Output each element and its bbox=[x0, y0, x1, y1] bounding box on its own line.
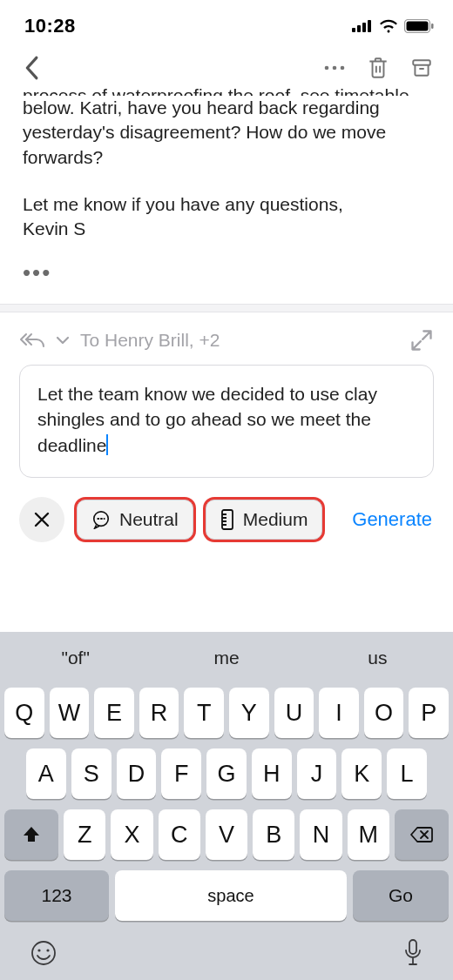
more-button[interactable] bbox=[319, 52, 350, 84]
backspace-key[interactable] bbox=[395, 809, 449, 860]
chevron-left-icon bbox=[24, 56, 39, 80]
key-y[interactable]: Y bbox=[229, 688, 269, 738]
key-b[interactable]: B bbox=[253, 809, 294, 860]
expand-quoted-button[interactable]: ••• bbox=[23, 258, 430, 288]
svg-point-8 bbox=[333, 66, 337, 70]
svg-rect-6 bbox=[431, 23, 434, 29]
backspace-icon bbox=[409, 825, 434, 844]
svg-rect-5 bbox=[407, 22, 429, 31]
text-cursor bbox=[106, 434, 108, 455]
suggestion-3[interactable]: us bbox=[302, 648, 453, 668]
key-x[interactable]: X bbox=[111, 809, 152, 860]
close-icon bbox=[33, 511, 51, 528]
tone-chip-label: Neutral bbox=[119, 509, 179, 530]
svg-rect-12 bbox=[222, 510, 233, 529]
keyboard: "of" me us Q W E R T Y U I O P A S D F G… bbox=[0, 632, 453, 980]
compose-input[interactable]: Let the team know we decided to use clay… bbox=[19, 365, 434, 478]
svg-rect-2 bbox=[362, 23, 366, 32]
key-h[interactable]: H bbox=[252, 748, 292, 799]
svg-rect-1 bbox=[357, 25, 361, 32]
reply-to-field[interactable]: To Henry Brill, +2 bbox=[80, 330, 399, 351]
tone-chip[interactable]: Neutral bbox=[77, 500, 193, 540]
key-z[interactable]: Z bbox=[64, 809, 105, 860]
key-q[interactable]: Q bbox=[4, 688, 44, 738]
key-o[interactable]: O bbox=[364, 688, 404, 738]
key-p[interactable]: P bbox=[409, 688, 449, 738]
shift-icon bbox=[21, 824, 42, 845]
svg-rect-16 bbox=[409, 940, 416, 954]
archive-icon bbox=[410, 57, 433, 79]
key-g[interactable]: G bbox=[206, 748, 247, 799]
key-t[interactable]: T bbox=[184, 688, 224, 738]
ellipsis-icon bbox=[323, 64, 346, 71]
email-body: process of waterproofing the roof, see t… bbox=[0, 84, 453, 288]
section-separator bbox=[0, 304, 453, 312]
emoji-key[interactable] bbox=[30, 939, 57, 967]
numbers-key[interactable]: 123 bbox=[4, 870, 109, 921]
keyboard-bottom-row bbox=[0, 928, 453, 973]
compose-text: Let the team know we decided to use clay… bbox=[37, 384, 377, 455]
reply-header: To Henry Brill, +2 bbox=[0, 312, 453, 365]
signal-icon bbox=[352, 20, 373, 32]
status-time: 10:28 bbox=[24, 15, 76, 37]
email-signoff-line2: Kevin S bbox=[23, 217, 430, 241]
generate-button[interactable]: Generate bbox=[352, 508, 434, 531]
delete-button[interactable] bbox=[362, 52, 394, 84]
svg-point-14 bbox=[37, 949, 40, 951]
key-row-1: Q W E R T Y U I O P bbox=[4, 688, 449, 738]
key-n[interactable]: N bbox=[300, 809, 341, 860]
mic-key[interactable] bbox=[402, 938, 423, 968]
status-indicators bbox=[352, 19, 434, 33]
email-signoff-line1: Let me know if you have any questions, bbox=[23, 192, 430, 217]
status-bar: 10:28 bbox=[0, 0, 453, 45]
key-w[interactable]: W bbox=[50, 688, 90, 738]
key-r[interactable]: R bbox=[139, 688, 179, 738]
key-row-3: Z X C V B N M bbox=[4, 809, 449, 860]
compose-container: Let the team know we decided to use clay… bbox=[0, 365, 453, 478]
key-a[interactable]: A bbox=[26, 748, 66, 799]
key-k[interactable]: K bbox=[341, 748, 382, 799]
length-chip[interactable]: Medium bbox=[206, 500, 323, 540]
ai-controls-row: Neutral Medium Generate bbox=[0, 478, 453, 556]
key-u[interactable]: U bbox=[274, 688, 314, 738]
suggestion-1[interactable]: "of" bbox=[0, 648, 151, 668]
go-key[interactable]: Go bbox=[353, 870, 449, 921]
key-f[interactable]: F bbox=[161, 748, 201, 799]
key-row-2: A S D F G H J K L bbox=[4, 748, 449, 799]
key-j[interactable]: J bbox=[297, 748, 337, 799]
svg-point-7 bbox=[325, 66, 329, 70]
key-l[interactable]: L bbox=[387, 748, 427, 799]
key-d[interactable]: D bbox=[117, 748, 157, 799]
suggestion-2[interactable]: me bbox=[151, 648, 301, 668]
chat-icon bbox=[91, 510, 111, 529]
wifi-icon bbox=[379, 19, 398, 33]
close-ai-button[interactable] bbox=[19, 497, 64, 542]
key-m[interactable]: M bbox=[348, 809, 389, 860]
svg-point-15 bbox=[46, 949, 49, 951]
space-key[interactable]: space bbox=[115, 870, 347, 921]
trash-icon bbox=[367, 56, 389, 80]
key-v[interactable]: V bbox=[206, 809, 247, 860]
archive-button[interactable] bbox=[406, 52, 437, 84]
svg-point-13 bbox=[32, 942, 55, 964]
key-row-bottom: 123 space Go bbox=[0, 870, 453, 928]
email-paragraph: below. Katri, have you heard back regard… bbox=[23, 96, 430, 170]
key-e[interactable]: E bbox=[94, 688, 134, 738]
back-button[interactable] bbox=[16, 52, 47, 84]
svg-rect-10 bbox=[413, 60, 430, 64]
key-c[interactable]: C bbox=[159, 809, 200, 860]
key-i[interactable]: I bbox=[319, 688, 359, 738]
reply-all-icon[interactable] bbox=[19, 331, 45, 350]
suggestion-bar: "of" me us bbox=[0, 632, 453, 684]
svg-rect-3 bbox=[368, 20, 371, 32]
battery-icon bbox=[404, 19, 434, 33]
key-s[interactable]: S bbox=[71, 748, 112, 799]
expand-icon[interactable] bbox=[409, 328, 434, 352]
length-chip-label: Medium bbox=[243, 509, 308, 530]
shift-key[interactable] bbox=[4, 809, 58, 860]
svg-rect-0 bbox=[352, 28, 355, 32]
chevron-down-icon[interactable] bbox=[56, 336, 70, 345]
svg-point-9 bbox=[341, 66, 345, 70]
email-truncated-text: process of waterproofing the roof, see t… bbox=[23, 84, 430, 96]
ruler-icon bbox=[220, 509, 234, 530]
